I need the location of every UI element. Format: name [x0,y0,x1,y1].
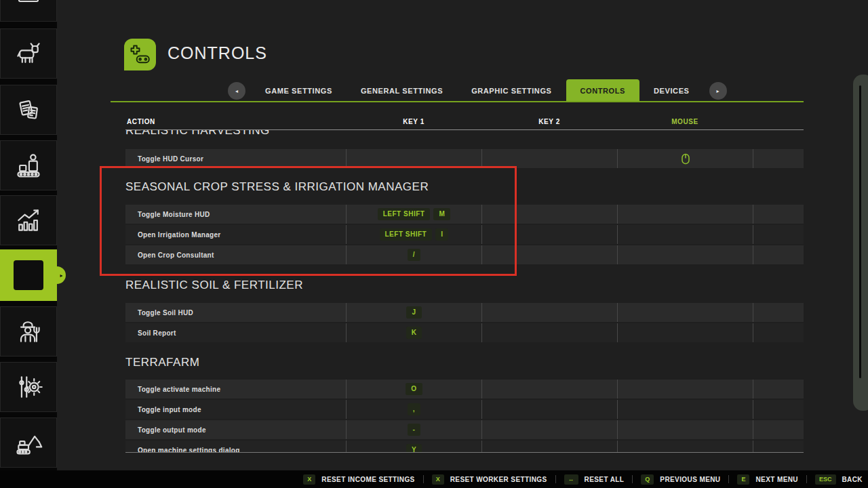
key1-binding: K [346,323,481,342]
key1-binding: , [346,400,481,419]
control-row[interactable]: Toggle activate machineO [125,380,804,399]
general-settings-icon [14,372,43,402]
action-label: Toggle HUD Cursor [125,149,346,168]
key2-binding [481,225,617,244]
hotkey-reset-worker-settings[interactable]: XRESET WORKER SETTINGS [432,474,547,485]
control-row[interactable]: Toggle input mode, [125,400,804,419]
key2-binding [481,149,617,168]
mouse-binding [617,225,753,244]
construction-icon [14,428,43,458]
hotkey-reset-income-settings[interactable]: XRESET INCOME SETTINGS [303,474,414,485]
key-badge: O [406,383,422,395]
tab-underline [111,101,804,102]
action-label: Soil Report [125,323,346,342]
sidebar-item-statistics[interactable] [0,195,57,245]
key-badge: ↔ [564,474,578,485]
hotkey-back[interactable]: ESCBACK [815,474,863,485]
sidebar-item-map[interactable] [0,0,57,22]
key1-binding: LEFT SHIFTI [346,225,481,244]
mouse-binding [617,400,753,419]
key-badge: / [408,249,420,261]
sidebar-item-contracts[interactable] [0,85,57,135]
mouse-binding [617,303,753,322]
sidebar-item-mod-settings[interactable] [0,249,57,301]
hotkey-next-menu[interactable]: ENEXT MENU [737,474,798,485]
row-end-cell [753,303,804,322]
action-label: Toggle Moisture HUD [125,205,346,224]
action-label: Toggle Soil HUD [125,303,346,322]
separator [555,475,556,483]
sidebar-item-animals[interactable] [0,28,57,79]
section-title: REALISTIC SOIL & FERTILIZER [125,279,303,292]
control-row[interactable]: Toggle Moisture HUDLEFT SHIFTM [125,205,804,224]
key2-binding [481,400,617,419]
controls-settings-screen: ▸ CONTROLS ◂GAME SETTINGSGENERAL SETTING… [0,0,868,488]
control-row[interactable]: Toggle Soil HUDJ [125,303,804,322]
hotkey-reset-all[interactable]: ↔RESET ALL [564,474,625,485]
row-end-cell [753,380,804,399]
sidebar: ▸ [0,0,57,470]
tabs-next-button[interactable]: ▸ [709,82,727,100]
key2-binding [481,323,617,342]
action-label: Toggle activate machine [125,380,346,399]
key-badge: J [406,306,421,319]
mouse-binding [617,323,753,342]
hotkey-label: RESET INCOME SETTINGS [321,476,414,483]
action-label: Open machine settings dialog [125,441,346,453]
separator [806,475,807,483]
hotkey-label: BACK [842,476,863,483]
mouse-icon [680,153,691,165]
row-end-cell [753,400,804,419]
control-row[interactable]: Soil ReportK [125,323,804,342]
mouse-binding [617,441,753,453]
control-row[interactable]: Open Crop Consultant/ [125,245,804,264]
sidebar-item-general-settings[interactable] [0,362,57,412]
mouse-binding [617,149,753,168]
key-badge: LEFT SHIFT [378,208,431,220]
column-header-mouse: MOUSE [617,118,753,125]
column-header-key-1: KEY 1 [346,118,481,125]
key2-binding [481,205,617,224]
column-header-key-2: KEY 2 [481,118,617,125]
control-row[interactable]: Open Irrigation ManagerLEFT SHIFTI [125,225,804,244]
mouse-binding [617,245,753,264]
character-icon [14,317,43,346]
key1-binding: J [346,303,481,322]
contracts-icon [14,95,43,125]
controls-list: REALISTIC HARVESTINGToggle HUD CursorSEA… [57,130,868,453]
row-end-cell [753,149,804,168]
column-header-action: ACTION [127,118,155,125]
key2-binding [481,303,617,322]
action-label: Toggle input mode [125,400,346,419]
key1-binding: / [346,245,481,264]
separator [423,475,424,483]
tab-general-settings[interactable]: GENERAL SETTINGS [347,79,457,102]
tab-controls[interactable]: CONTROLS [566,79,640,102]
control-row[interactable]: Toggle output mode- [125,420,804,439]
sidebar-item-construction[interactable] [0,418,57,468]
tab-graphic-settings[interactable]: GRAPHIC SETTINGS [457,79,566,102]
key-badge: X [303,474,315,485]
key2-binding [481,380,617,399]
separator [728,475,729,483]
control-row[interactable]: Open machine settings dialogY [125,441,804,453]
key-badge: M [433,208,450,220]
tab-game-settings[interactable]: GAME SETTINGS [251,79,347,102]
key1-binding: O [346,380,481,399]
key-badge: E [737,474,749,485]
hotkey-label: RESET ALL [585,476,625,483]
sidebar-item-production[interactable] [0,140,57,190]
separator [632,475,633,483]
section-title: SEASONAL CROP STRESS & IRRIGATION MANAGE… [125,180,429,194]
scrollbar[interactable] [853,75,868,411]
sidebar-item-character[interactable] [0,306,57,357]
key-badge: Q [641,474,654,485]
tabs-prev-button[interactable]: ◂ [228,82,245,100]
action-label: Toggle output mode [125,420,346,439]
action-label: Open Crop Consultant [125,245,346,264]
control-row[interactable]: Toggle HUD Cursor [125,149,804,168]
hotkey-previous-menu[interactable]: QPREVIOUS MENU [641,474,720,485]
action-label: Open Irrigation Manager [125,225,346,244]
page-title: CONTROLS [167,43,267,63]
tab-devices[interactable]: DEVICES [639,79,704,102]
